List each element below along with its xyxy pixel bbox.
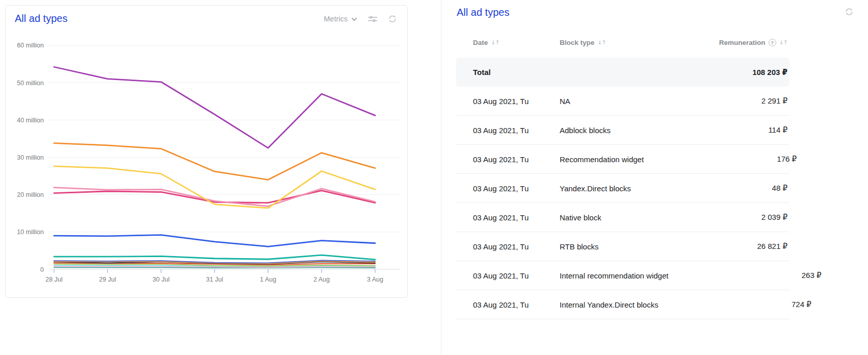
row-remuneration: 263 ₽	[668, 271, 821, 280]
column-header-date[interactable]: Date ↓↑	[473, 39, 560, 46]
chevron-down-icon	[351, 15, 357, 23]
row-date: 03 Aug 2021, Tu	[473, 184, 560, 193]
total-label: Total	[473, 68, 560, 77]
column-header-remuneration[interactable]: Remuneration ? ↓↑	[719, 39, 787, 46]
table-row[interactable]: 03 Aug 2021, Tu Internal Yandex.Direct b…	[456, 290, 790, 319]
row-remuneration: 176 ₽	[644, 155, 797, 164]
sort-icon: ↓↑	[779, 39, 787, 46]
metrics-dropdown-label: Metrics	[324, 15, 348, 23]
row-date: 03 Aug 2021, Tu	[473, 213, 560, 222]
sliders-icon	[367, 17, 378, 25]
row-remuneration: 114 ₽	[635, 125, 787, 135]
svg-text:0: 0	[40, 266, 44, 273]
row-date: 03 Aug 2021, Tu	[473, 97, 560, 106]
svg-text:31 Jul: 31 Jul	[206, 276, 223, 283]
row-remuneration: 2 291 ₽	[635, 96, 787, 106]
svg-text:3 Aug: 3 Aug	[367, 276, 383, 283]
column-header-block-type[interactable]: Block type ↓↑	[560, 39, 635, 46]
chart-settings-button[interactable]	[367, 14, 378, 23]
row-remuneration: 2 039 ₽	[635, 213, 787, 222]
row-block-type: Yandex.Direct blocks	[560, 184, 635, 193]
svg-text:28 Jul: 28 Jul	[45, 276, 62, 283]
table-panel-header: All ad types	[441, 0, 868, 31]
table-row[interactable]: 03 Aug 2021, Tu Yandex.Direct blocks 48 …	[456, 174, 790, 203]
svg-text:40 million: 40 million	[17, 117, 44, 124]
svg-text:2 Aug: 2 Aug	[313, 276, 330, 283]
line-chart[interactable]: 60 million50 million40 million30 million…	[6, 32, 407, 292]
sort-icon: ↓↑	[491, 39, 499, 46]
table-header-row: Date ↓↑ Block type ↓↑ Remuneration ? ↓↑	[456, 31, 790, 54]
row-remuneration: 48 ₽	[635, 184, 787, 193]
svg-text:30 Jul: 30 Jul	[152, 276, 169, 283]
row-block-type: NA	[560, 97, 635, 106]
metrics-dropdown[interactable]: Metrics	[324, 15, 357, 23]
row-block-type: Native block	[560, 213, 635, 222]
row-date: 03 Aug 2021, Tu	[473, 126, 560, 135]
table-row[interactable]: 03 Aug 2021, Tu Internal recommendation …	[456, 261, 790, 290]
svg-text:1 Aug: 1 Aug	[260, 276, 276, 283]
table-row[interactable]: 03 Aug 2021, Tu Adblock blocks 114 ₽	[456, 116, 790, 145]
row-date: 03 Aug 2021, Tu	[473, 155, 560, 164]
chart-panel: All ad types Metrics	[5, 5, 408, 298]
refresh-icon	[388, 17, 397, 25]
svg-text:20 million: 20 million	[17, 191, 44, 198]
table-row[interactable]: 03 Aug 2021, Tu RTB blocks 26 821 ₽	[456, 232, 790, 261]
svg-text:29 Jul: 29 Jul	[99, 276, 116, 283]
table-row[interactable]: 03 Aug 2021, Tu Recommendation widget 17…	[456, 145, 790, 174]
row-block-type: Internal Yandex.Direct blocks	[560, 300, 659, 309]
svg-text:50 million: 50 million	[17, 80, 44, 87]
dashboard: All ad types Metrics	[0, 0, 868, 355]
refresh-icon	[845, 10, 854, 18]
remuneration-panel: All ad types Date ↓↑	[441, 0, 868, 355]
svg-text:10 million: 10 million	[17, 229, 44, 236]
chart-refresh-button[interactable]	[388, 14, 397, 23]
table-refresh-button[interactable]	[845, 7, 854, 16]
chart-panel-header: All ad types Metrics	[6, 6, 407, 24]
table-body: 03 Aug 2021, Tu NA 2 291 ₽ 03 Aug 2021, …	[456, 87, 790, 319]
row-date: 03 Aug 2021, Tu	[473, 271, 560, 280]
sort-icon: ↓↑	[597, 39, 606, 46]
remuneration-table: Date ↓↑ Block type ↓↑ Remuneration ? ↓↑ …	[456, 31, 790, 319]
total-remuneration: 108 203 ₽	[635, 68, 787, 77]
row-block-type: RTB blocks	[560, 242, 635, 251]
table-total-row[interactable]: Total 108 203 ₽	[456, 58, 790, 87]
help-icon[interactable]: ?	[769, 39, 776, 46]
row-remuneration: 26 821 ₽	[635, 242, 787, 251]
chart-panel-title: All ad types	[15, 13, 324, 24]
table-panel-title: All ad types	[457, 7, 868, 18]
table-row[interactable]: 03 Aug 2021, Tu Native block 2 039 ₽	[456, 203, 790, 232]
row-date: 03 Aug 2021, Tu	[473, 300, 560, 309]
svg-text:30 million: 30 million	[17, 154, 44, 161]
row-block-type: Recommendation widget	[560, 155, 644, 164]
row-block-type: Internal recommendation widget	[560, 271, 668, 280]
row-block-type: Adblock blocks	[560, 126, 635, 135]
row-remuneration: 724 ₽	[659, 300, 811, 309]
row-date: 03 Aug 2021, Tu	[473, 242, 560, 251]
table-row[interactable]: 03 Aug 2021, Tu NA 2 291 ₽	[456, 87, 790, 116]
svg-text:60 million: 60 million	[17, 42, 44, 49]
